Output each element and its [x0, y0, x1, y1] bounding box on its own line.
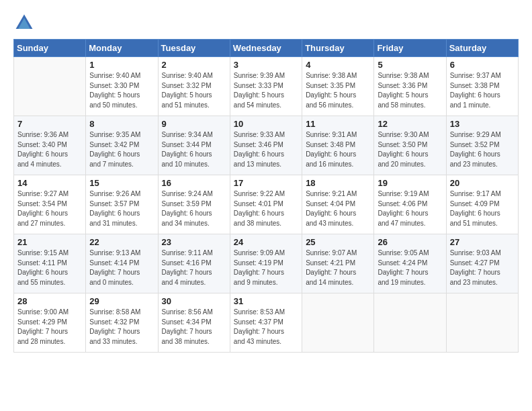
- day-number: 16: [162, 178, 226, 188]
- day-info: Sunrise: 8:56 AMSunset: 4:34 PMDaylight:…: [162, 308, 226, 347]
- day-info: Sunrise: 9:27 AMSunset: 3:54 PMDaylight:…: [17, 189, 82, 228]
- calendar-cell: [302, 293, 374, 353]
- calendar-cell: 2Sunrise: 9:40 AMSunset: 3:32 PMDaylight…: [158, 57, 230, 116]
- day-number: 17: [234, 178, 298, 188]
- day-number: 1: [89, 60, 154, 70]
- calendar-cell: 14Sunrise: 9:27 AMSunset: 3:54 PMDayligh…: [14, 175, 86, 234]
- day-number: 30: [162, 296, 226, 306]
- calendar-cell: [374, 293, 446, 353]
- day-info: Sunrise: 9:31 AMSunset: 3:48 PMDaylight:…: [306, 130, 370, 169]
- calendar-cell: 19Sunrise: 9:19 AMSunset: 4:06 PMDayligh…: [374, 175, 446, 234]
- calendar-table: SundayMondayTuesdayWednesdayThursdayFrid…: [13, 39, 519, 353]
- calendar-header-row: SundayMondayTuesdayWednesdayThursdayFrid…: [14, 40, 519, 57]
- calendar-cell: 18Sunrise: 9:21 AMSunset: 4:04 PMDayligh…: [302, 175, 374, 234]
- logo-icon: [13, 12, 35, 34]
- day-info: Sunrise: 9:35 AMSunset: 3:42 PMDaylight:…: [89, 130, 154, 169]
- day-info: Sunrise: 9:05 AMSunset: 4:24 PMDaylight:…: [378, 248, 442, 287]
- day-number: 21: [17, 237, 82, 247]
- day-number: 3: [234, 60, 298, 70]
- calendar-cell: 31Sunrise: 8:53 AMSunset: 4:37 PMDayligh…: [230, 293, 302, 353]
- day-info: Sunrise: 9:22 AMSunset: 4:01 PMDaylight:…: [234, 189, 298, 228]
- day-number: 23: [162, 237, 226, 247]
- day-number: 10: [234, 119, 298, 129]
- calendar-cell: 21Sunrise: 9:15 AMSunset: 4:11 PMDayligh…: [14, 234, 86, 293]
- day-info: Sunrise: 9:37 AMSunset: 3:38 PMDaylight:…: [450, 71, 515, 110]
- day-info: Sunrise: 9:33 AMSunset: 3:46 PMDaylight:…: [234, 130, 298, 169]
- col-header-wednesday: Wednesday: [230, 40, 302, 57]
- day-number: 7: [17, 119, 82, 129]
- calendar-cell: [14, 57, 86, 116]
- calendar-cell: 29Sunrise: 8:58 AMSunset: 4:32 PMDayligh…: [86, 293, 158, 353]
- day-info: Sunrise: 9:09 AMSunset: 4:19 PMDaylight:…: [234, 248, 298, 287]
- day-info: Sunrise: 9:34 AMSunset: 3:44 PMDaylight:…: [162, 130, 226, 169]
- day-info: Sunrise: 9:40 AMSunset: 3:32 PMDaylight:…: [162, 71, 226, 110]
- calendar-cell: 30Sunrise: 8:56 AMSunset: 4:34 PMDayligh…: [158, 293, 230, 353]
- calendar-cell: 5Sunrise: 9:38 AMSunset: 3:36 PMDaylight…: [374, 57, 446, 116]
- day-number: 28: [17, 296, 82, 306]
- calendar-cell: 20Sunrise: 9:17 AMSunset: 4:09 PMDayligh…: [446, 175, 518, 234]
- calendar-cell: 4Sunrise: 9:38 AMSunset: 3:35 PMDaylight…: [302, 57, 374, 116]
- calendar-week-row: 21Sunrise: 9:15 AMSunset: 4:11 PMDayligh…: [14, 234, 519, 293]
- calendar-cell: 23Sunrise: 9:11 AMSunset: 4:16 PMDayligh…: [158, 234, 230, 293]
- day-info: Sunrise: 9:24 AMSunset: 3:59 PMDaylight:…: [162, 189, 226, 228]
- calendar-cell: 25Sunrise: 9:07 AMSunset: 4:21 PMDayligh…: [302, 234, 374, 293]
- day-info: Sunrise: 9:19 AMSunset: 4:06 PMDaylight:…: [378, 189, 442, 228]
- calendar-cell: 12Sunrise: 9:30 AMSunset: 3:50 PMDayligh…: [374, 116, 446, 175]
- col-header-friday: Friday: [374, 40, 446, 57]
- day-number: 15: [89, 178, 154, 188]
- day-info: Sunrise: 8:58 AMSunset: 4:32 PMDaylight:…: [89, 308, 154, 347]
- day-number: 25: [306, 237, 370, 247]
- day-number: 18: [306, 178, 370, 188]
- header: [13, 12, 519, 34]
- calendar-cell: 22Sunrise: 9:13 AMSunset: 4:14 PMDayligh…: [86, 234, 158, 293]
- day-number: 5: [378, 60, 442, 70]
- col-header-monday: Monday: [86, 40, 158, 57]
- day-number: 4: [306, 60, 370, 70]
- calendar-cell: [446, 293, 518, 353]
- calendar-cell: 28Sunrise: 9:00 AMSunset: 4:29 PMDayligh…: [14, 293, 86, 353]
- day-number: 14: [17, 178, 82, 188]
- calendar-week-row: 7Sunrise: 9:36 AMSunset: 3:40 PMDaylight…: [14, 116, 519, 175]
- day-info: Sunrise: 8:53 AMSunset: 4:37 PMDaylight:…: [234, 308, 298, 347]
- calendar-cell: 6Sunrise: 9:37 AMSunset: 3:38 PMDaylight…: [446, 57, 518, 116]
- calendar-week-row: 28Sunrise: 9:00 AMSunset: 4:29 PMDayligh…: [14, 293, 519, 353]
- calendar-cell: 13Sunrise: 9:29 AMSunset: 3:52 PMDayligh…: [446, 116, 518, 175]
- calendar-week-row: 14Sunrise: 9:27 AMSunset: 3:54 PMDayligh…: [14, 175, 519, 234]
- calendar-cell: 10Sunrise: 9:33 AMSunset: 3:46 PMDayligh…: [230, 116, 302, 175]
- day-number: 31: [234, 296, 298, 306]
- day-number: 27: [450, 237, 515, 247]
- calendar-cell: 9Sunrise: 9:34 AMSunset: 3:44 PMDaylight…: [158, 116, 230, 175]
- day-info: Sunrise: 9:00 AMSunset: 4:29 PMDaylight:…: [17, 308, 82, 347]
- calendar-cell: 26Sunrise: 9:05 AMSunset: 4:24 PMDayligh…: [374, 234, 446, 293]
- calendar-cell: 7Sunrise: 9:36 AMSunset: 3:40 PMDaylight…: [14, 116, 86, 175]
- day-number: 24: [234, 237, 298, 247]
- day-info: Sunrise: 9:40 AMSunset: 3:30 PMDaylight:…: [89, 71, 154, 110]
- day-info: Sunrise: 9:15 AMSunset: 4:11 PMDaylight:…: [17, 248, 82, 287]
- day-info: Sunrise: 9:11 AMSunset: 4:16 PMDaylight:…: [162, 248, 226, 287]
- calendar-cell: 15Sunrise: 9:26 AMSunset: 3:57 PMDayligh…: [86, 175, 158, 234]
- day-number: 13: [450, 119, 515, 129]
- day-number: 8: [89, 119, 154, 129]
- day-number: 19: [378, 178, 442, 188]
- col-header-tuesday: Tuesday: [158, 40, 230, 57]
- calendar-cell: 1Sunrise: 9:40 AMSunset: 3:30 PMDaylight…: [86, 57, 158, 116]
- day-info: Sunrise: 9:21 AMSunset: 4:04 PMDaylight:…: [306, 189, 370, 228]
- col-header-thursday: Thursday: [302, 40, 374, 57]
- col-header-sunday: Sunday: [14, 40, 86, 57]
- day-number: 29: [89, 296, 154, 306]
- day-info: Sunrise: 9:38 AMSunset: 3:35 PMDaylight:…: [306, 71, 370, 110]
- day-info: Sunrise: 9:29 AMSunset: 3:52 PMDaylight:…: [450, 130, 515, 169]
- day-number: 9: [162, 119, 226, 129]
- day-info: Sunrise: 9:38 AMSunset: 3:36 PMDaylight:…: [378, 71, 442, 110]
- day-info: Sunrise: 9:26 AMSunset: 3:57 PMDaylight:…: [89, 189, 154, 228]
- calendar-cell: 27Sunrise: 9:03 AMSunset: 4:27 PMDayligh…: [446, 234, 518, 293]
- day-info: Sunrise: 9:07 AMSunset: 4:21 PMDaylight:…: [306, 248, 370, 287]
- day-info: Sunrise: 9:17 AMSunset: 4:09 PMDaylight:…: [450, 189, 515, 228]
- logo: [13, 12, 38, 34]
- day-number: 6: [450, 60, 515, 70]
- day-info: Sunrise: 9:03 AMSunset: 4:27 PMDaylight:…: [450, 248, 515, 287]
- col-header-saturday: Saturday: [446, 40, 518, 57]
- day-number: 11: [306, 119, 370, 129]
- day-info: Sunrise: 9:36 AMSunset: 3:40 PMDaylight:…: [17, 130, 82, 169]
- calendar-cell: 16Sunrise: 9:24 AMSunset: 3:59 PMDayligh…: [158, 175, 230, 234]
